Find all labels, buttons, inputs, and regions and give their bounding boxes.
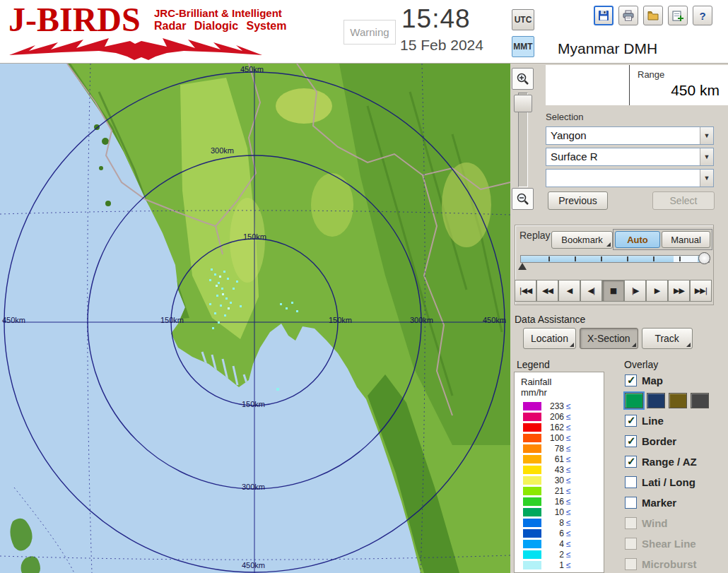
- auto-mode-button[interactable]: Auto: [615, 231, 660, 248]
- app-logo-title: J-BIRDS: [8, 0, 141, 39]
- checkbox-icon[interactable]: [625, 476, 637, 488]
- overlay-item[interactable]: Line: [625, 415, 697, 427]
- legend-threshold-link[interactable]: ≤: [566, 412, 571, 422]
- map-color-swatch[interactable]: [669, 393, 687, 408]
- chevron-down-icon[interactable]: ▼: [700, 148, 713, 165]
- legend-threshold-link[interactable]: ≤: [566, 401, 571, 411]
- legend-threshold-link[interactable]: ≤: [566, 465, 571, 475]
- warning-button[interactable]: Warning: [344, 20, 396, 45]
- legend-threshold-link[interactable]: ≤: [566, 444, 571, 454]
- overlay-item-map[interactable]: Map: [625, 374, 663, 386]
- overlay-item[interactable]: Wind: [625, 517, 697, 529]
- zoom-slider-thumb[interactable]: [514, 95, 532, 112]
- overlay-item[interactable]: Range / AZ: [625, 456, 697, 468]
- overlay-item-label: Map: [642, 374, 663, 386]
- legend-value: 206: [541, 412, 564, 422]
- legend-row: 61 ≤: [515, 454, 604, 464]
- transport-button[interactable]: ▶▶: [668, 280, 690, 302]
- legend-threshold-link[interactable]: ≤: [566, 433, 571, 443]
- transport-button[interactable]: ◀◀: [536, 280, 558, 302]
- legend-threshold-link[interactable]: ≤: [566, 539, 571, 549]
- zoom-in-button[interactable]: [512, 68, 534, 90]
- legend-color-chip: [523, 497, 541, 506]
- legend-threshold-link[interactable]: ≤: [566, 475, 571, 485]
- legend-value: 16: [541, 497, 564, 507]
- chevron-down-icon[interactable]: ▼: [700, 170, 713, 187]
- site-dropdown-value: Yangon: [546, 127, 700, 144]
- checkbox-icon[interactable]: [625, 558, 637, 570]
- radar-map-canvas[interactable]: 450km 300km 150km 450km 150km 150km 300k…: [0, 64, 510, 573]
- legend-value: 1: [541, 560, 564, 570]
- legend-threshold-link[interactable]: ≤: [566, 454, 571, 464]
- legend-threshold-link[interactable]: ≤: [566, 507, 571, 517]
- timezone-mmt-button[interactable]: MMT: [512, 36, 534, 57]
- print-button[interactable]: [618, 6, 638, 25]
- help-button[interactable]: ?: [693, 6, 712, 25]
- site-dropdown[interactable]: Yangon ▼: [546, 126, 714, 145]
- data-assistance-button[interactable]: Location: [523, 328, 576, 349]
- overlay-item-label: Range / AZ: [642, 456, 697, 468]
- chevron-down-icon[interactable]: ▼: [700, 127, 713, 144]
- transport-button[interactable]: ◀|: [580, 280, 602, 302]
- checkbox-icon[interactable]: [625, 374, 637, 386]
- transport-glyph: |◀◀: [519, 286, 532, 295]
- map-color-swatch[interactable]: [647, 393, 665, 408]
- station-title: Myanmar DMH: [558, 40, 657, 57]
- map-color-swatch[interactable]: [691, 393, 709, 408]
- range-ring-label: 450km: [2, 316, 25, 324]
- product-dropdown[interactable]: Surface R ▼: [546, 148, 714, 166]
- overlay-item[interactable]: Lati / Long: [625, 476, 697, 488]
- transport-button[interactable]: ◀: [558, 280, 580, 302]
- bookmark-button[interactable]: Bookmark: [551, 231, 613, 249]
- legend-label: Legend: [517, 359, 550, 370]
- legend-row: 6 ≤: [515, 528, 604, 538]
- header-bar: J-BIRDS JRC-Brilliant & Intelligent Rada…: [0, 0, 728, 64]
- transport-button[interactable]: ■: [602, 280, 624, 302]
- overlay-item[interactable]: Shear Line: [625, 538, 697, 550]
- legend-row: 78 ≤: [515, 443, 604, 454]
- manual-mode-button[interactable]: Manual: [662, 231, 710, 248]
- selection-label: Selection: [546, 112, 583, 122]
- legend-row: 206 ≤: [515, 411, 604, 422]
- checkbox-icon[interactable]: [625, 497, 637, 509]
- previous-button[interactable]: Previous: [548, 191, 608, 210]
- legend-row: 4 ≤: [515, 538, 604, 549]
- zoom-out-button[interactable]: [512, 188, 534, 210]
- overlay-item[interactable]: Microburst: [625, 558, 697, 570]
- legend-threshold-link[interactable]: ≤: [566, 518, 571, 528]
- data-assistance-button[interactable]: X-Section: [580, 328, 638, 349]
- overlay-item[interactable]: Border: [625, 435, 697, 447]
- checkbox-icon[interactable]: [625, 538, 637, 550]
- add-button[interactable]: [668, 6, 688, 25]
- checkbox-icon[interactable]: [625, 517, 637, 529]
- checkbox-icon[interactable]: [625, 456, 637, 468]
- map-color-swatch[interactable]: [625, 393, 643, 408]
- zoom-in-icon: [516, 72, 529, 85]
- legend-threshold-link[interactable]: ≤: [566, 560, 571, 570]
- legend-threshold-link[interactable]: ≤: [566, 423, 571, 432]
- legend-row: 100 ≤: [515, 432, 604, 443]
- data-assistance-button[interactable]: Track: [642, 328, 693, 349]
- select-button[interactable]: Select: [652, 191, 715, 210]
- transport-button[interactable]: ▶: [646, 280, 668, 302]
- range-label: Range: [638, 69, 664, 80]
- legend-threshold-link[interactable]: ≤: [566, 497, 571, 507]
- overlay-item[interactable]: Marker: [625, 497, 697, 509]
- open-folder-button[interactable]: [643, 6, 663, 25]
- checkbox-icon[interactable]: [625, 415, 637, 427]
- extra-dropdown[interactable]: ▼: [546, 169, 714, 187]
- replay-timeline-slider[interactable]: [520, 255, 710, 263]
- transport-button[interactable]: |▶: [624, 280, 646, 302]
- legend-threshold-link[interactable]: ≤: [566, 528, 571, 538]
- timezone-utc-button[interactable]: UTC: [512, 9, 534, 30]
- replay-label: Replay: [519, 230, 551, 241]
- save-button[interactable]: [594, 6, 613, 25]
- transport-glyph: ▶▶|: [695, 286, 708, 295]
- legend-threshold-link[interactable]: ≤: [566, 486, 571, 496]
- transport-button[interactable]: ▶▶|: [690, 280, 712, 302]
- open-folder-icon: [647, 9, 659, 22]
- checkbox-icon[interactable]: [625, 435, 637, 447]
- legend-threshold-link[interactable]: ≤: [566, 550, 571, 560]
- timeline-thumb[interactable]: [698, 252, 710, 264]
- transport-button[interactable]: |◀◀: [515, 280, 536, 302]
